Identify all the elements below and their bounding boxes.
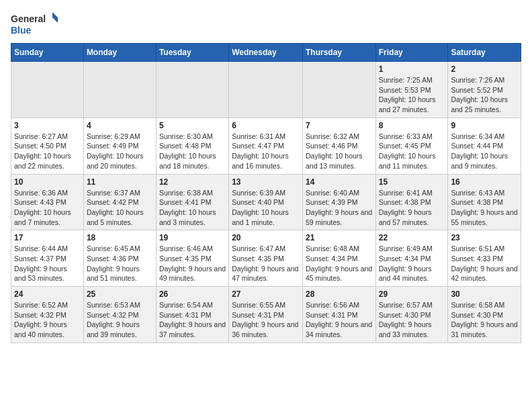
- svg-text:Blue: Blue: [11, 25, 32, 36]
- day-info: Sunrise: 7:25 AM Sunset: 5:53 PM Dayligh…: [379, 75, 445, 115]
- day-number: 3: [14, 121, 81, 130]
- calendar-cell: 24Sunrise: 6:52 AM Sunset: 4:32 PM Dayli…: [11, 287, 84, 343]
- day-number: 20: [232, 233, 300, 242]
- calendar-cell: [11, 62, 84, 118]
- calendar-table: SundayMondayTuesdayWednesdayThursdayFrid…: [11, 43, 521, 343]
- day-info: Sunrise: 6:46 AM Sunset: 4:35 PM Dayligh…: [159, 244, 226, 283]
- calendar-cell: 27Sunrise: 6:55 AM Sunset: 4:31 PM Dayli…: [229, 287, 303, 343]
- day-number: 2: [451, 64, 518, 74]
- day-number: 9: [451, 121, 518, 130]
- day-info: Sunrise: 6:33 AM Sunset: 4:45 PM Dayligh…: [379, 132, 445, 171]
- day-info: Sunrise: 6:41 AM Sunset: 4:38 PM Dayligh…: [379, 188, 445, 228]
- day-info: Sunrise: 6:49 AM Sunset: 4:34 PM Dayligh…: [379, 244, 445, 283]
- calendar-cell: 17Sunrise: 6:44 AM Sunset: 4:37 PM Dayli…: [11, 230, 84, 287]
- calendar-cell: [229, 62, 303, 118]
- calendar-cell: 11Sunrise: 6:37 AM Sunset: 4:42 PM Dayli…: [83, 174, 156, 230]
- day-number: 15: [379, 177, 445, 187]
- day-info: Sunrise: 6:39 AM Sunset: 4:40 PM Dayligh…: [232, 188, 300, 228]
- calendar-cell: 13Sunrise: 6:39 AM Sunset: 4:40 PM Dayli…: [229, 174, 303, 230]
- weekday-header-saturday: Saturday: [448, 44, 521, 62]
- day-info: Sunrise: 6:55 AM Sunset: 4:31 PM Dayligh…: [232, 300, 300, 340]
- calendar-cell: [302, 62, 375, 118]
- logo: General Blue: [11, 11, 58, 38]
- day-info: Sunrise: 6:58 AM Sunset: 4:30 PM Dayligh…: [451, 300, 518, 340]
- day-number: 4: [87, 121, 153, 130]
- day-number: 12: [159, 177, 226, 187]
- calendar-cell: 14Sunrise: 6:40 AM Sunset: 4:39 PM Dayli…: [302, 174, 375, 230]
- day-number: 1: [379, 64, 445, 74]
- calendar-cell: 15Sunrise: 6:41 AM Sunset: 4:38 PM Dayli…: [375, 174, 448, 230]
- calendar-cell: 16Sunrise: 6:43 AM Sunset: 4:38 PM Dayli…: [448, 174, 521, 230]
- day-info: Sunrise: 6:34 AM Sunset: 4:44 PM Dayligh…: [451, 132, 518, 171]
- svg-marker-2: [52, 12, 58, 17]
- calendar-week-row: 3Sunrise: 6:27 AM Sunset: 4:50 PM Daylig…: [11, 118, 521, 174]
- day-number: 17: [14, 233, 81, 242]
- weekday-header-sunday: Sunday: [11, 44, 84, 62]
- calendar-cell: 9Sunrise: 6:34 AM Sunset: 4:44 PM Daylig…: [448, 118, 521, 174]
- day-number: 27: [232, 289, 300, 299]
- day-number: 10: [14, 177, 81, 187]
- calendar-header-row: SundayMondayTuesdayWednesdayThursdayFrid…: [11, 44, 521, 62]
- weekday-header-tuesday: Tuesday: [156, 44, 228, 62]
- svg-marker-3: [52, 17, 58, 23]
- calendar-cell: 23Sunrise: 6:51 AM Sunset: 4:33 PM Dayli…: [448, 230, 521, 287]
- weekday-header-monday: Monday: [83, 44, 156, 62]
- day-info: Sunrise: 7:26 AM Sunset: 5:52 PM Dayligh…: [451, 75, 518, 115]
- day-number: 16: [451, 177, 518, 187]
- calendar-cell: 19Sunrise: 6:46 AM Sunset: 4:35 PM Dayli…: [156, 230, 228, 287]
- day-number: 7: [306, 121, 373, 130]
- day-number: 18: [87, 233, 153, 242]
- calendar-week-row: 1Sunrise: 7:25 AM Sunset: 5:53 PM Daylig…: [11, 62, 521, 118]
- day-info: Sunrise: 6:27 AM Sunset: 4:50 PM Dayligh…: [14, 132, 81, 171]
- day-number: 25: [87, 289, 153, 299]
- day-number: 22: [379, 233, 445, 242]
- day-number: 24: [14, 289, 81, 299]
- calendar-cell: 1Sunrise: 7:25 AM Sunset: 5:53 PM Daylig…: [375, 62, 448, 118]
- day-info: Sunrise: 6:31 AM Sunset: 4:47 PM Dayligh…: [232, 132, 300, 171]
- day-info: Sunrise: 6:38 AM Sunset: 4:41 PM Dayligh…: [159, 188, 226, 228]
- logo-svg: General Blue: [11, 11, 58, 38]
- day-info: Sunrise: 6:43 AM Sunset: 4:38 PM Dayligh…: [451, 188, 518, 228]
- day-info: Sunrise: 6:48 AM Sunset: 4:34 PM Dayligh…: [306, 244, 373, 283]
- calendar-cell: 6Sunrise: 6:31 AM Sunset: 4:47 PM Daylig…: [229, 118, 303, 174]
- calendar-cell: [156, 62, 228, 118]
- day-number: 26: [159, 289, 226, 299]
- calendar-cell: 7Sunrise: 6:32 AM Sunset: 4:46 PM Daylig…: [302, 118, 375, 174]
- calendar-cell: [83, 62, 156, 118]
- calendar-cell: 4Sunrise: 6:29 AM Sunset: 4:49 PM Daylig…: [83, 118, 156, 174]
- calendar-cell: 2Sunrise: 7:26 AM Sunset: 5:52 PM Daylig…: [448, 62, 521, 118]
- day-number: 5: [159, 121, 226, 130]
- calendar-cell: 30Sunrise: 6:58 AM Sunset: 4:30 PM Dayli…: [448, 287, 521, 343]
- calendar-cell: 21Sunrise: 6:48 AM Sunset: 4:34 PM Dayli…: [302, 230, 375, 287]
- weekday-header-wednesday: Wednesday: [229, 44, 303, 62]
- weekday-header-thursday: Thursday: [302, 44, 375, 62]
- day-info: Sunrise: 6:47 AM Sunset: 4:35 PM Dayligh…: [232, 244, 300, 283]
- calendar-week-row: 17Sunrise: 6:44 AM Sunset: 4:37 PM Dayli…: [11, 230, 521, 287]
- calendar-cell: 18Sunrise: 6:45 AM Sunset: 4:36 PM Dayli…: [83, 230, 156, 287]
- calendar-cell: 28Sunrise: 6:56 AM Sunset: 4:31 PM Dayli…: [302, 287, 375, 343]
- calendar-cell: 20Sunrise: 6:47 AM Sunset: 4:35 PM Dayli…: [229, 230, 303, 287]
- day-info: Sunrise: 6:56 AM Sunset: 4:31 PM Dayligh…: [306, 300, 373, 340]
- day-number: 11: [87, 177, 153, 187]
- calendar-cell: 25Sunrise: 6:53 AM Sunset: 4:32 PM Dayli…: [83, 287, 156, 343]
- calendar-cell: 10Sunrise: 6:36 AM Sunset: 4:43 PM Dayli…: [11, 174, 84, 230]
- weekday-header-friday: Friday: [375, 44, 448, 62]
- calendar-week-row: 10Sunrise: 6:36 AM Sunset: 4:43 PM Dayli…: [11, 174, 521, 230]
- calendar-cell: 12Sunrise: 6:38 AM Sunset: 4:41 PM Dayli…: [156, 174, 228, 230]
- calendar-cell: 22Sunrise: 6:49 AM Sunset: 4:34 PM Dayli…: [375, 230, 448, 287]
- day-number: 19: [159, 233, 226, 242]
- day-info: Sunrise: 6:40 AM Sunset: 4:39 PM Dayligh…: [306, 188, 373, 228]
- svg-text:General: General: [11, 13, 46, 24]
- day-info: Sunrise: 6:45 AM Sunset: 4:36 PM Dayligh…: [87, 244, 153, 283]
- page-header: General Blue: [11, 11, 521, 38]
- day-info: Sunrise: 6:52 AM Sunset: 4:32 PM Dayligh…: [14, 300, 81, 340]
- day-number: 28: [306, 289, 373, 299]
- calendar-cell: 8Sunrise: 6:33 AM Sunset: 4:45 PM Daylig…: [375, 118, 448, 174]
- calendar-cell: 26Sunrise: 6:54 AM Sunset: 4:31 PM Dayli…: [156, 287, 228, 343]
- day-number: 30: [451, 289, 518, 299]
- calendar-cell: 5Sunrise: 6:30 AM Sunset: 4:48 PM Daylig…: [156, 118, 228, 174]
- day-info: Sunrise: 6:32 AM Sunset: 4:46 PM Dayligh…: [306, 132, 373, 171]
- day-info: Sunrise: 6:36 AM Sunset: 4:43 PM Dayligh…: [14, 188, 81, 228]
- day-info: Sunrise: 6:51 AM Sunset: 4:33 PM Dayligh…: [451, 244, 518, 283]
- day-number: 6: [232, 121, 300, 130]
